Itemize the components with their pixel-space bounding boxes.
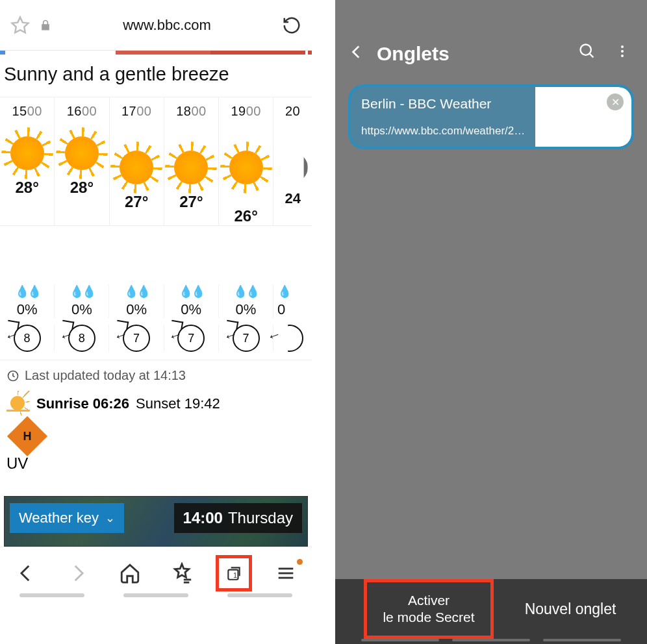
wind-badge: ←8	[68, 325, 95, 352]
weather-headline: Sunny and a gentle breeze	[0, 55, 312, 97]
bookmark-star-icon[interactable]	[10, 16, 30, 35]
moon-icon	[278, 145, 308, 190]
sun-icon	[65, 130, 99, 176]
sun-icon	[229, 145, 263, 190]
tabs-bottom-bar: Activer le mode Secret Nouvel onglet	[335, 579, 647, 639]
close-tab-icon[interactable]: ✕	[607, 93, 624, 110]
forecast-temp: 28°	[15, 179, 38, 197]
address-bar: www.bbc.com	[0, 0, 312, 51]
tab-title: Berlin - BBC Weather	[361, 96, 525, 112]
precip-value: 0%	[71, 301, 92, 318]
tab-thumbnail: ✕	[535, 87, 631, 147]
raindrops-icon: 💧💧	[70, 284, 94, 299]
precip-value: 0%	[17, 301, 38, 318]
reload-icon[interactable]	[282, 16, 301, 35]
forecast-time: 1800	[176, 104, 207, 119]
weather-key-button[interactable]: Weather key ⌄	[10, 503, 124, 533]
notification-dot-icon	[297, 559, 303, 565]
gesture-handles	[335, 639, 647, 644]
sunrise-text: Sunrise 06:26	[36, 395, 129, 412]
forecast-time: 1900	[231, 104, 261, 119]
forecast-col[interactable]: 1500 28°	[0, 97, 55, 225]
new-tab-button[interactable]: Nouvel onglet	[494, 579, 647, 639]
raindrops-icon: 💧💧	[179, 284, 203, 299]
svg-text:1: 1	[233, 571, 237, 578]
uv-label: UV	[6, 454, 305, 473]
forecast-time: 1700	[121, 104, 152, 119]
wind-badge: ←7	[233, 325, 260, 352]
back-icon[interactable]	[348, 43, 365, 65]
weather-page-panel: www.bbc.com Sunny and a gentle breeze 15…	[0, 0, 312, 644]
hazard-diamond-icon: H	[7, 416, 47, 456]
forecast-col[interactable]: 1600 28°	[55, 97, 109, 225]
svg-point-13	[621, 50, 624, 53]
enable-secret-mode-button[interactable]: Activer le mode Secret	[364, 579, 494, 639]
uv-hazard-row: H UV	[0, 421, 312, 477]
tabs-title: Onglets	[377, 43, 564, 65]
svg-marker-2	[175, 564, 188, 577]
url-text[interactable]: www.bbc.com	[61, 17, 273, 34]
svg-point-10	[581, 45, 591, 55]
back-button[interactable]	[8, 555, 44, 591]
menu-button[interactable]	[268, 555, 304, 591]
wind-badge: ←7	[123, 325, 150, 352]
gesture-handles	[0, 593, 312, 597]
raindrops-icon: 💧	[277, 284, 290, 299]
forecast-col-partial[interactable]: 20 24	[273, 97, 312, 225]
map-time-display: 14:00 Thursday	[174, 503, 302, 533]
forecast-col[interactable]: 1800 27°	[164, 97, 219, 225]
forecast-temp: 27°	[125, 193, 148, 211]
last-updated-row: Last updated today at 14:13	[0, 360, 312, 391]
wind-row: ←8 ←8 ←7 ←7 ←7 ←6	[0, 325, 312, 360]
search-icon[interactable]	[576, 42, 599, 65]
sunrise-icon	[6, 395, 30, 413]
forecast-time: 20	[285, 104, 300, 119]
tabs-button[interactable]: 1	[216, 555, 252, 591]
raindrops-icon: 💧💧	[15, 284, 40, 299]
precip-row: 💧💧0% 💧💧0% 💧💧0% 💧💧0% 💧💧0% 💧0	[0, 284, 312, 318]
forecast-temp: 28°	[70, 179, 94, 197]
browser-bottom-nav: 1	[0, 547, 312, 599]
sun-icon	[174, 145, 208, 190]
forecast-col[interactable]: 1900 26°	[219, 97, 273, 225]
tabs-header: Onglets	[335, 0, 647, 78]
sun-icon	[120, 145, 153, 190]
precip-value: 0%	[126, 301, 147, 318]
more-options-icon[interactable]	[611, 42, 634, 65]
sunrise-row: Sunrise 06:26 Sunset 19:42	[0, 391, 312, 421]
svg-marker-0	[12, 17, 29, 32]
forecast-col[interactable]: 1700 27°	[110, 97, 164, 225]
open-tab-card[interactable]: Berlin - BBC Weather https://www.bbc.com…	[348, 84, 634, 149]
precip-value: 0%	[181, 301, 201, 318]
wind-badge: ←6	[276, 325, 303, 352]
forecast-temp: 27°	[179, 193, 203, 211]
bookmarks-button[interactable]	[164, 555, 200, 591]
svg-point-14	[621, 55, 624, 57]
forecast-time: 1500	[12, 104, 42, 119]
raindrops-icon: 💧💧	[233, 284, 258, 299]
svg-point-12	[621, 45, 624, 48]
precip-value: 0%	[236, 301, 257, 318]
lock-icon	[39, 19, 52, 32]
tabs-manager-panel: Onglets Berlin - BBC Weather https://www…	[335, 0, 647, 644]
hourly-forecast-row[interactable]: 1500 28° 1600 28° 1700 27° 1800 27° 1900…	[0, 97, 312, 226]
raindrops-icon: 💧💧	[124, 284, 149, 299]
chevron-down-icon: ⌄	[105, 511, 115, 525]
home-button[interactable]	[112, 555, 148, 591]
clock-icon	[6, 369, 19, 382]
wind-badge: ←8	[14, 325, 41, 352]
sunset-text: Sunset 19:42	[136, 395, 220, 412]
tab-url: https://www.bbc.com/weather/2…	[361, 125, 525, 138]
sun-icon	[10, 130, 44, 176]
svg-line-11	[590, 54, 594, 58]
forecast-temp: 26°	[234, 207, 257, 225]
wind-badge: ←7	[177, 325, 205, 352]
forward-button[interactable]	[60, 555, 96, 591]
precip-value: 0	[277, 301, 285, 318]
weather-map[interactable]: Weather key ⌄ 14:00 Thursday	[4, 496, 308, 547]
forecast-time: 1600	[67, 104, 97, 119]
forecast-temp: 24	[285, 190, 300, 207]
last-updated-text: Last updated today at 14:13	[25, 368, 186, 383]
tab-info: Berlin - BBC Weather https://www.bbc.com…	[351, 87, 535, 147]
